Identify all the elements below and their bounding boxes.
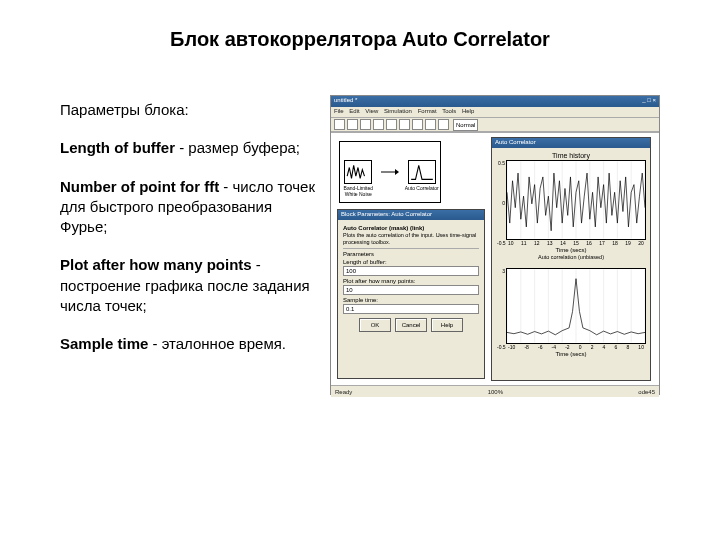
input-sampletime[interactable]: 0.1 <box>343 304 479 314</box>
scope-window: Auto Correlator Time history 0.5 0 -0.5 <box>491 137 651 381</box>
copy-icon[interactable] <box>399 119 410 130</box>
slide-title: Блок автокоррелятора Auto Correlator <box>0 28 720 51</box>
menu-view[interactable]: View <box>365 108 378 114</box>
bottom-xticks: -10-8-6-4-20246810 <box>506 344 646 350</box>
param-length: Length of buffer - размер буфера; <box>60 138 320 158</box>
window-controls: _ □ × <box>642 97 656 106</box>
sim-mode-select[interactable]: Normal <box>453 119 478 131</box>
scope-title: Auto Correlator <box>492 138 650 148</box>
status-solver: ode45 <box>638 389 655 395</box>
stop-icon[interactable] <box>438 119 449 130</box>
noise-block[interactable]: Band-Limited White Noise <box>344 160 372 184</box>
new-icon[interactable] <box>334 119 345 130</box>
correlator-block-label: Auto Correlator <box>402 185 442 191</box>
model-canvas: Band-Limited White Noise Auto Correlator… <box>331 132 659 385</box>
dialog-desc: Plots the auto correlation of the input.… <box>343 232 479 245</box>
menu-edit[interactable]: Edit <box>349 108 359 114</box>
param-sample: Sample time - эталонное время. <box>60 334 320 354</box>
play-icon[interactable] <box>425 119 436 130</box>
noise-block-label: Band-Limited White Noise <box>338 185 378 197</box>
label-sampletime: Sample time: <box>343 297 479 303</box>
menu-tools[interactable]: Tools <box>442 108 456 114</box>
cut-icon[interactable] <box>386 119 397 130</box>
label-plotafter: Plot after how many points: <box>343 278 479 284</box>
window-menubar: File Edit View Simulation Format Tools H… <box>331 107 659 118</box>
menu-simulation[interactable]: Simulation <box>384 108 412 114</box>
help-button[interactable]: Help <box>431 318 463 332</box>
status-bar: Ready 100% ode45 <box>331 385 659 397</box>
top-yticks: 0.5 0 -0.5 <box>497 160 505 246</box>
label-length: Length of buffer: <box>343 259 479 265</box>
bottom-plot <box>506 268 646 344</box>
ok-button[interactable]: OK <box>359 318 391 332</box>
bottom-xlabel: Time (secs) <box>496 351 646 357</box>
model-diagram: Band-Limited White Noise Auto Correlator <box>339 141 441 203</box>
svg-marker-1 <box>395 169 399 175</box>
print-icon[interactable] <box>373 119 384 130</box>
menu-file[interactable]: File <box>334 108 344 114</box>
window-toolbar: Normal <box>331 118 659 132</box>
params-heading: Parameters <box>343 248 479 257</box>
menu-help[interactable]: Help <box>462 108 474 114</box>
paste-icon[interactable] <box>412 119 423 130</box>
save-icon[interactable] <box>360 119 371 130</box>
status-ready: Ready <box>335 389 352 395</box>
window-title: untitled * <box>334 97 357 106</box>
dialog-heading: Auto Correlator (mask) (link) <box>343 225 479 231</box>
menu-format[interactable]: Format <box>418 108 437 114</box>
cancel-button[interactable]: Cancel <box>395 318 427 332</box>
param-fft: Number of point for fft - число точек дл… <box>60 177 320 238</box>
body-text: Параметры блока: Length of buffer - разм… <box>60 100 320 372</box>
dialog-title: Block Parameters: Auto Correlator <box>338 210 484 220</box>
param-plot: Plot after how many points - построение … <box>60 255 320 316</box>
window-titlebar: untitled * _ □ × <box>331 96 659 107</box>
signal-arrow-icon <box>381 167 399 177</box>
simulink-screenshot: untitled * _ □ × File Edit View Simulati… <box>330 95 660 395</box>
intro-line: Параметры блока: <box>60 100 320 120</box>
top-plot <box>506 160 646 240</box>
bottom-yticks: 3 -0.5 <box>497 268 505 350</box>
top-xticks: 1011121314151617181920 <box>506 240 646 246</box>
status-zoom: 100% <box>488 389 503 395</box>
top-sublabel: Auto correlation (unbiased) <box>496 254 646 260</box>
top-plot-title: Time history <box>496 152 646 159</box>
input-plotafter[interactable]: 10 <box>343 285 479 295</box>
correlator-block[interactable]: Auto Correlator <box>408 160 436 184</box>
top-xlabel: Time (secs) <box>496 247 646 253</box>
block-parameters-dialog: Block Parameters: Auto Correlator Auto C… <box>337 209 485 379</box>
input-length[interactable]: 100 <box>343 266 479 276</box>
open-icon[interactable] <box>347 119 358 130</box>
